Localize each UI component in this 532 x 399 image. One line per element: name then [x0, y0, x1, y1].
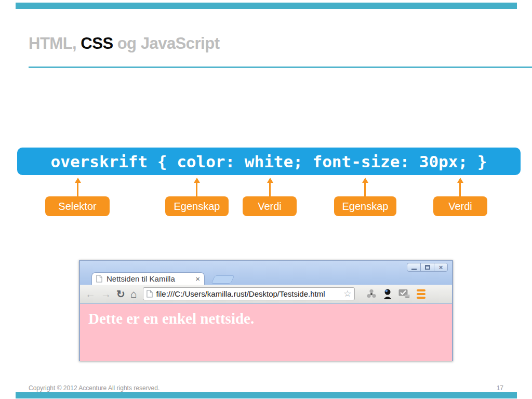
minimize-button[interactable] — [407, 263, 421, 272]
radiation-icon[interactable] — [366, 289, 377, 299]
reload-icon[interactable]: ↻ — [116, 289, 125, 299]
label-selektor: Selektor — [45, 196, 110, 216]
browser-toolbar: ← → ↻ ⌂ file:///C:/Users/kamilla.rust/De… — [80, 285, 452, 303]
browser-window: × Nettsiden til Kamilla × ← → ↻ ⌂ file:/… — [79, 260, 453, 361]
new-tab-button[interactable] — [211, 275, 234, 284]
home-icon[interactable]: ⌂ — [130, 288, 137, 299]
menu-icon[interactable] — [417, 288, 425, 299]
webpage-heading: Dette er en enkel nettside. — [88, 310, 452, 327]
back-icon[interactable]: ← — [85, 289, 96, 299]
bookmark-star-icon[interactable]: ☆ — [343, 289, 351, 298]
value-arrow-icon — [269, 183, 271, 196]
label-egenskap1-text: Egenskap — [174, 201, 220, 212]
label-egenskap2-text: Egenskap — [342, 201, 389, 212]
property-arrow-icon — [196, 183, 197, 196]
bottom-accent-bar — [16, 392, 517, 398]
property2-arrow-icon — [364, 183, 366, 196]
title-part-js: og JavaScript — [113, 34, 220, 52]
extension-icons — [360, 288, 425, 299]
label-verdi2-text: Verdi — [448, 201, 472, 212]
rendered-webpage: Dette er en enkel nettside. — [80, 304, 452, 361]
browser-tab[interactable]: Nettsiden til Kamilla × — [91, 272, 205, 285]
page-favicon-icon — [96, 275, 102, 283]
window-controls: × — [407, 263, 448, 272]
minimize-icon — [411, 269, 417, 270]
label-verdi-2: Verdi — [433, 196, 487, 216]
close-button[interactable]: × — [434, 263, 448, 272]
label-verdi1-text: Verdi — [258, 201, 282, 212]
url-bar[interactable]: file:///C:/Users/kamilla.rust/Desktop/Te… — [143, 287, 355, 300]
forward-icon[interactable]: → — [101, 289, 111, 299]
label-verdi-1: Verdi — [243, 196, 297, 216]
page-number: 17 — [497, 384, 503, 392]
browser-titlebar: × Nettsiden til Kamilla × — [80, 261, 452, 285]
title-part-css: CSS — [81, 34, 113, 52]
label-egenskap-1: Egenskap — [165, 196, 229, 216]
title-divider — [29, 66, 532, 68]
incognito-person-icon[interactable] — [383, 288, 392, 299]
mail-check-icon[interactable] — [398, 289, 410, 299]
copyright-text: Copyright © 2012 Accenture All rights re… — [29, 384, 159, 392]
label-selektor-text: Selektor — [58, 201, 96, 212]
tab-close-icon[interactable]: × — [195, 275, 200, 283]
close-icon: × — [439, 264, 443, 271]
maximize-button[interactable] — [420, 263, 434, 272]
tab-title: Nettsiden til Kamilla — [107, 274, 191, 283]
value2-arrow-icon — [459, 183, 461, 196]
label-egenskap-2: Egenskap — [334, 196, 396, 216]
title-part-html: HTML, — [29, 34, 81, 52]
selector-arrow-icon — [77, 183, 78, 196]
maximize-icon — [425, 265, 430, 270]
url-text[interactable]: file:///C:/Users/kamilla.rust/Desktop/Te… — [156, 289, 343, 298]
document-icon — [147, 290, 153, 298]
css-rule-banner: overskrift { color: white; font-size: 30… — [17, 148, 521, 175]
css-rule-code: overskrift { color: white; font-size: 30… — [51, 152, 487, 171]
page-title: HTML, CSS og JavaScript — [29, 34, 219, 53]
top-accent-bar — [16, 3, 517, 9]
